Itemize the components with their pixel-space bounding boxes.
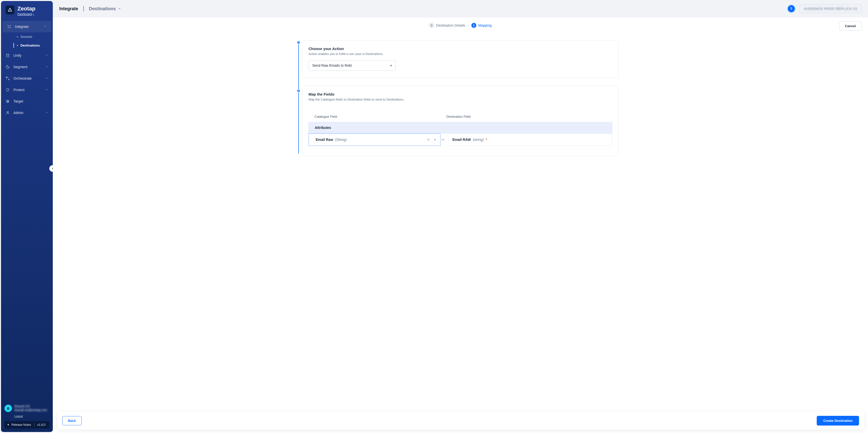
database-icon bbox=[5, 53, 10, 58]
map-card: Map the Fields Map the Catalogue fields … bbox=[302, 86, 619, 156]
shield-icon bbox=[5, 88, 10, 92]
target-icon bbox=[5, 99, 10, 103]
map-card-title: Map the Fields bbox=[309, 92, 612, 96]
pie-icon bbox=[5, 65, 10, 69]
nav-label-segment: Segment bbox=[13, 65, 27, 69]
nav-label-integrate: Integrate bbox=[15, 25, 29, 29]
dashboard-link-label: Dashboard bbox=[18, 12, 32, 16]
attributes-band: Attributes bbox=[309, 122, 612, 133]
destination-field-type: (string) bbox=[473, 138, 484, 142]
breadcrumb-current-label: Destinations bbox=[89, 6, 116, 11]
chevron-down-icon bbox=[45, 88, 48, 92]
step-mapping[interactable]: 2 Mapping bbox=[471, 23, 492, 28]
brand-name: Zeotap bbox=[18, 5, 35, 12]
release-notes-chip[interactable]: ✦ Release Notes v1.6.0 bbox=[4, 421, 49, 429]
required-asterisk: * bbox=[486, 138, 487, 142]
environment-chip[interactable]: AUDIENCE PROD REPLICA V2 bbox=[800, 4, 862, 13]
timeline-node-1: 1 bbox=[297, 41, 300, 44]
destination-field-cell: Email RAW (string) * bbox=[447, 133, 612, 146]
svg-rect-5 bbox=[6, 77, 7, 78]
divider bbox=[34, 423, 34, 427]
arrow-right-icon: → bbox=[440, 133, 447, 146]
svg-point-9 bbox=[7, 101, 8, 101]
nav-label-orchestrate: Orchestrate bbox=[13, 76, 32, 80]
nav-item-unify[interactable]: Unify bbox=[1, 50, 53, 61]
step-1-number: 1 bbox=[429, 23, 434, 28]
map-headers: Catalogue Field Destination Field bbox=[309, 112, 612, 122]
release-version: v1.6.0 bbox=[37, 423, 45, 427]
nav-item-orchestrate[interactable]: Orchestrate bbox=[1, 73, 53, 84]
nav-sub-label-destinations: Destinations bbox=[21, 43, 40, 47]
footer-bar: Back Create Destination bbox=[57, 412, 864, 430]
header-destination-field: Destination Field bbox=[446, 115, 471, 119]
action-card: Choose your Action Action enables you to… bbox=[302, 40, 619, 78]
nav-item-protect[interactable]: Protect bbox=[1, 84, 53, 96]
destination-field-name: Email RAW bbox=[453, 138, 471, 142]
mapping-row: Email Raw (String) ✕ ▾ → Email RAW (stri… bbox=[309, 133, 612, 146]
sidebar-nav: Integrate Sources Destinations bbox=[1, 21, 53, 402]
brand-logo bbox=[5, 5, 14, 14]
step-2-label: Mapping bbox=[478, 23, 492, 27]
avatar[interactable]: B bbox=[4, 405, 12, 412]
step-1-label: Destination Details bbox=[436, 23, 465, 27]
bullet-icon bbox=[17, 45, 18, 46]
catalogue-field-name: Email Raw bbox=[316, 138, 333, 142]
breadcrumb-root[interactable]: Integrate bbox=[59, 6, 78, 11]
user-row: B Bharath DS bharath.ds@zeotap.com bbox=[4, 405, 49, 412]
chevron-up-icon bbox=[44, 25, 47, 29]
nav-label-target: Target bbox=[13, 99, 23, 103]
sidebar: Zeotap Dashboard › Integrate bbox=[1, 1, 53, 432]
main: Integrate Destinations ? AUDIENCE PROD R… bbox=[53, 0, 868, 433]
action-card-subtitle: Action enables you to fulfill a use case… bbox=[309, 52, 612, 56]
nav-sub-destinations[interactable]: Destinations bbox=[11, 41, 53, 50]
back-button[interactable]: Back bbox=[62, 416, 82, 425]
action-select[interactable]: Send Raw Emails to Rokt ▾ bbox=[309, 60, 396, 71]
topbar: Integrate Destinations ? AUDIENCE PROD R… bbox=[53, 0, 868, 18]
nav-label-unify: Unify bbox=[13, 54, 22, 58]
nav-sub-sources[interactable]: Sources bbox=[11, 32, 53, 41]
nav-label-protect: Protect bbox=[13, 88, 24, 92]
nav-item-integrate[interactable]: Integrate bbox=[2, 21, 51, 32]
sidebar-footer: B Bharath DS bharath.ds@zeotap.com Logou… bbox=[1, 402, 53, 432]
chevron-down-icon bbox=[45, 76, 48, 80]
step-separator: › bbox=[468, 23, 469, 27]
chevron-right-icon: › bbox=[33, 12, 34, 16]
create-destination-button[interactable]: Create Destination bbox=[817, 416, 859, 426]
clear-icon[interactable]: ✕ bbox=[426, 138, 431, 142]
user-email: bharath.ds@zeotap.com bbox=[14, 408, 47, 412]
timeline-node-2: 2 bbox=[297, 89, 300, 93]
breadcrumb-divider bbox=[83, 6, 84, 11]
form-timeline: 1 Choose your Action Action enables you … bbox=[302, 40, 619, 156]
stepper: 1 Destination Details › 2 Mapping bbox=[59, 23, 862, 28]
nav-label-admin: Admin bbox=[13, 111, 23, 115]
flow-icon bbox=[5, 76, 10, 80]
nav-item-admin[interactable]: Admin bbox=[1, 107, 53, 119]
catalogue-field-type: (String) bbox=[335, 138, 347, 142]
help-button[interactable]: ? bbox=[787, 4, 796, 13]
svg-point-4 bbox=[6, 54, 9, 55]
chevron-down-icon bbox=[118, 6, 121, 11]
header-catalogue-field: Catalogue Field bbox=[314, 115, 446, 119]
nav-item-target[interactable]: Target bbox=[1, 96, 53, 107]
nav-sub-label-sources: Sources bbox=[21, 35, 32, 39]
breadcrumb-current[interactable]: Destinations bbox=[89, 6, 121, 11]
step-2-number: 2 bbox=[471, 23, 476, 28]
caret-down-icon: ▾ bbox=[390, 63, 392, 67]
map-card-subtitle: Map the Catalogue fields to Destination … bbox=[309, 98, 612, 101]
content: Cancel 1 Destination Details › 2 Mapping… bbox=[53, 18, 868, 433]
integrate-icon bbox=[7, 24, 11, 29]
logout-link[interactable]: Logout bbox=[14, 414, 23, 418]
brand-block: Zeotap Dashboard › bbox=[1, 1, 53, 18]
bullet-icon bbox=[17, 36, 18, 37]
chevron-down-icon bbox=[45, 65, 48, 69]
nav-item-segment[interactable]: Segment bbox=[1, 61, 53, 73]
chevron-down-icon bbox=[45, 111, 48, 115]
dashboard-link[interactable]: Dashboard › bbox=[18, 12, 34, 16]
timeline-line bbox=[298, 43, 299, 154]
caret-down-icon[interactable]: ▾ bbox=[433, 138, 437, 142]
user-name: Bharath DS bbox=[14, 405, 47, 409]
catalogue-field-select[interactable]: Email Raw (String) ✕ ▾ bbox=[309, 133, 440, 146]
action-card-title: Choose your Action bbox=[309, 46, 612, 51]
svg-rect-6 bbox=[8, 79, 9, 80]
step-destination-details[interactable]: 1 Destination Details bbox=[429, 23, 465, 28]
